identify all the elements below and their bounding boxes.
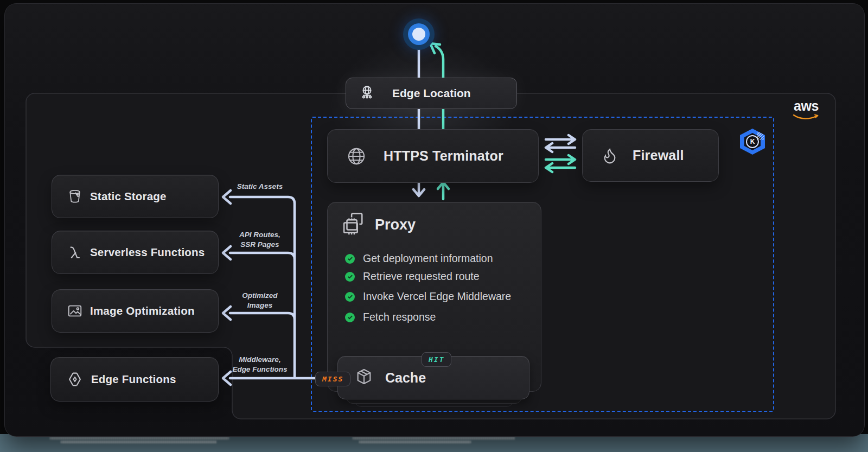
blurred-text-fragment — [61, 441, 217, 443]
package-icon — [355, 367, 373, 388]
cache-hit-badge: HIT — [422, 352, 451, 367]
blurred-text-fragment — [50, 437, 229, 440]
cache-miss-badge: MISS — [315, 372, 350, 386]
chip-icon — [341, 211, 366, 238]
check-circle-icon — [345, 292, 355, 302]
node-edge-location: Edge Location — [346, 78, 517, 109]
proxy-header: Proxy — [328, 202, 541, 238]
arrow-label-api-routes: API Routes, SSR Pages — [214, 230, 306, 249]
node-static-storage: Static Storage — [52, 175, 219, 218]
node-label: Proxy — [375, 217, 416, 233]
node-edge-functions: Edge Functions — [50, 357, 219, 402]
globe-network-icon — [359, 85, 375, 103]
checklist-item: Invoke Vercel Edge Middleware — [345, 290, 541, 303]
diagram-canvas: Edge Location HTTPS Terminator Firewall … — [0, 0, 868, 452]
arrow-label-optimized-images: Optimized Images — [214, 291, 306, 310]
node-serverless-functions: Serverless Functions — [52, 231, 219, 274]
image-icon — [67, 303, 83, 319]
node-label: HTTPS Terminator — [384, 148, 503, 164]
checklist-item: Retrieve requested route — [345, 270, 541, 283]
lambda-icon — [67, 244, 83, 260]
node-label: Firewall — [633, 148, 684, 163]
bucket-icon — [67, 188, 83, 205]
node-label: Serverless Functions — [90, 246, 205, 259]
node-label: Edge Functions — [91, 373, 176, 386]
check-circle-icon — [345, 272, 355, 282]
node-label: Image Optimization — [90, 304, 195, 317]
aws-smile-icon — [792, 114, 820, 120]
edge-functions-icon — [66, 370, 84, 389]
node-https-terminator: HTTPS Terminator — [327, 129, 539, 183]
flame-icon — [601, 147, 618, 164]
node-label: Edge Location — [392, 87, 471, 100]
arrow-label-middleware: Middleware, Edge Functions — [214, 355, 306, 374]
checklist-item: Get deployment information — [345, 252, 541, 265]
blurred-text-fragment — [353, 437, 515, 440]
blurred-text-fragment — [359, 441, 471, 443]
node-label: Cache — [385, 370, 426, 386]
arrow-label-static-assets: Static Assets — [214, 182, 306, 192]
user-origin-marker-core — [412, 28, 425, 41]
checklist-item: Fetch response — [345, 311, 541, 323]
node-firewall: Firewall — [582, 129, 719, 182]
node-label: Static Storage — [90, 190, 167, 203]
aws-logo: aws — [791, 99, 821, 123]
aws-logo-text: aws — [791, 99, 821, 113]
node-image-optimization: Image Optimization — [52, 289, 219, 333]
check-circle-icon — [345, 313, 355, 322]
proxy-checklist: Get deployment information Retrieve requ… — [328, 238, 541, 323]
check-circle-icon — [345, 254, 355, 264]
globe-icon — [347, 147, 366, 166]
